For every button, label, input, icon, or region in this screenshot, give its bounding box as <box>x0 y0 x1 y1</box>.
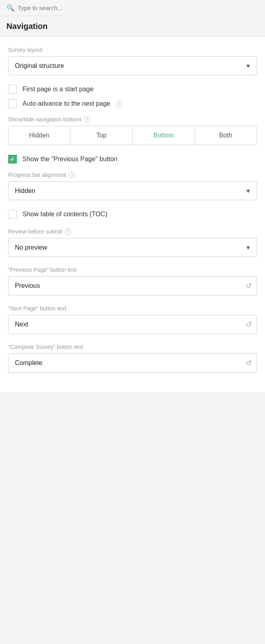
review-submit-section: Review before submit ? No preview Show a… <box>8 228 257 257</box>
auto-advance-checkbox[interactable] <box>8 99 17 108</box>
next-button-text-label: "Next Page" button text <box>8 305 257 312</box>
first-page-label: First page is a start page <box>23 86 93 93</box>
survey-layout-select-wrapper[interactable]: Original structure Single page Question … <box>8 56 257 75</box>
review-submit-label: Review before submit ? <box>8 228 257 235</box>
nav-buttons-section: Show/hide navigation buttons ? Hidden To… <box>8 116 257 145</box>
toc-checkbox[interactable] <box>8 210 17 219</box>
review-submit-select-wrapper[interactable]: No preview Show answered questions Show … <box>8 238 257 257</box>
auto-advance-help-icon[interactable]: ? <box>116 100 122 107</box>
nav-btn-bottom[interactable]: Bottom <box>133 126 195 145</box>
next-button-text-wrapper: ↺ <box>8 315 257 334</box>
auto-advance-row: Auto-advance to the next page ? <box>8 99 257 108</box>
survey-layout-label: Survey layout <box>8 47 257 53</box>
main-content: Survey layout Original structure Single … <box>0 37 265 392</box>
page-title: Navigation <box>6 22 259 31</box>
prev-button-text-input[interactable] <box>8 277 257 295</box>
complete-button-text-input[interactable] <box>8 354 257 372</box>
next-button-reset-icon[interactable]: ↺ <box>246 320 252 329</box>
nav-btn-top[interactable]: Top <box>70 126 132 145</box>
first-page-checkbox[interactable] <box>8 85 17 94</box>
complete-button-text-label: "Complete Survey" button text <box>8 344 257 350</box>
prev-button-text-section: "Previous Page" button text ↺ <box>8 267 257 295</box>
auto-advance-label: Auto-advance to the next page <box>23 100 110 107</box>
survey-layout-select[interactable]: Original structure Single page Question … <box>8 57 257 75</box>
progress-bar-section: Progress bar alignment ? Hidden Top Bott… <box>8 172 257 200</box>
nav-buttons-group: Hidden Top Bottom Both <box>8 126 257 145</box>
nav-buttons-help-icon[interactable]: ? <box>84 116 91 123</box>
next-button-text-section: "Next Page" button text ↺ <box>8 305 257 334</box>
show-prev-button-row: Show the "Previous Page" button <box>8 155 257 164</box>
toc-row: Show table of contents (TOC) <box>8 210 257 219</box>
nav-btn-hidden[interactable]: Hidden <box>8 126 70 145</box>
complete-button-text-wrapper: ↺ <box>8 353 257 373</box>
nav-btn-both[interactable]: Both <box>195 126 257 145</box>
complete-button-reset-icon[interactable]: ↺ <box>246 359 252 367</box>
survey-layout-section: Survey layout Original structure Single … <box>8 47 257 75</box>
show-prev-button-label: Show the "Previous Page" button <box>23 156 118 163</box>
show-prev-button-checkbox[interactable] <box>8 155 17 164</box>
toc-label: Show table of contents (TOC) <box>23 211 107 218</box>
first-page-row: First page is a start page <box>8 85 257 94</box>
search-icon: 🔍 <box>6 4 14 12</box>
page-title-bar: Navigation <box>0 16 265 37</box>
complete-button-text-section: "Complete Survey" button text ↺ <box>8 344 257 373</box>
progress-bar-select[interactable]: Hidden Top Bottom Both <box>8 182 257 200</box>
progress-bar-label: Progress bar alignment ? <box>8 172 257 178</box>
next-button-text-input[interactable] <box>8 315 257 334</box>
review-submit-select[interactable]: No preview Show answered questions Show … <box>8 238 257 256</box>
progress-bar-select-wrapper[interactable]: Hidden Top Bottom Both ▼ <box>8 181 257 200</box>
search-bar: 🔍 <box>0 0 265 16</box>
progress-bar-help-icon[interactable]: ? <box>69 172 75 178</box>
prev-button-text-wrapper: ↺ <box>8 276 257 295</box>
prev-button-text-label: "Previous Page" button text <box>8 267 257 273</box>
review-submit-help-icon[interactable]: ? <box>65 228 71 235</box>
search-input[interactable] <box>18 4 259 11</box>
nav-buttons-label: Show/hide navigation buttons ? <box>8 116 257 123</box>
prev-button-reset-icon[interactable]: ↺ <box>246 281 252 290</box>
